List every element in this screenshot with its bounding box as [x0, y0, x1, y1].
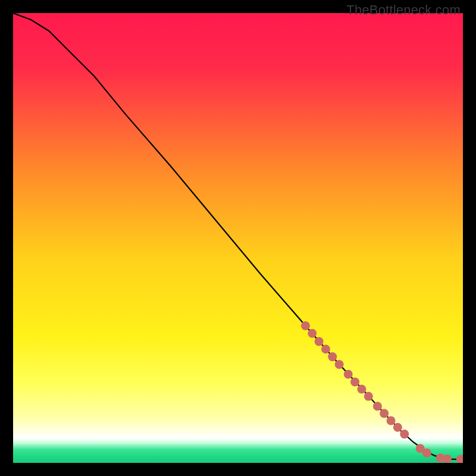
data-marker	[364, 392, 373, 401]
data-marker	[373, 402, 382, 411]
data-marker	[328, 352, 337, 361]
plot-svg	[13, 13, 463, 463]
data-marker	[308, 329, 317, 338]
data-marker	[380, 409, 389, 418]
gradient-background	[13, 13, 463, 463]
data-marker	[315, 337, 324, 346]
data-marker	[357, 385, 366, 394]
data-marker	[301, 321, 310, 330]
data-marker	[393, 423, 402, 432]
data-marker	[443, 455, 452, 463]
data-marker	[387, 416, 396, 425]
data-marker	[400, 430, 409, 439]
data-marker	[350, 377, 359, 386]
chart-frame	[13, 13, 463, 463]
data-marker	[321, 345, 330, 353]
data-marker	[422, 449, 431, 458]
data-marker	[335, 360, 344, 369]
watermark-text: TheBottleneck.com	[346, 2, 461, 18]
data-marker	[344, 370, 353, 379]
